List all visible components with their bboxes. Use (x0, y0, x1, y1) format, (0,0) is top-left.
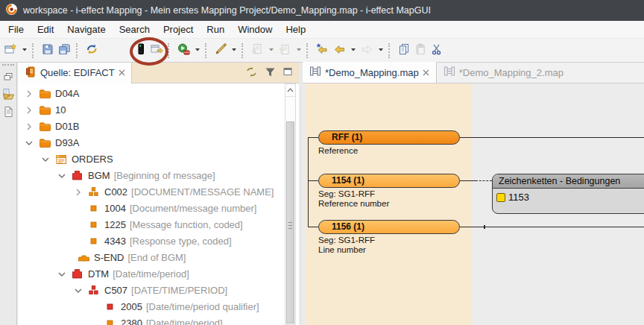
chevron-expanded-icon[interactable] (57, 268, 67, 281)
condition-square-icon (496, 193, 505, 202)
sync-button[interactable] (84, 42, 100, 60)
chevron-collapsed-icon[interactable] (24, 104, 34, 117)
tree-row-bgm[interactable]: BGM[Beginning of message] (18, 168, 285, 184)
tree-row-dtm[interactable]: DTM[Date/time/period] (18, 266, 285, 283)
dropdown-arrow-button[interactable] (376, 42, 385, 60)
server-button[interactable] (134, 42, 148, 60)
tree-row-s-end[interactable]: S-END[End of BGM] (18, 250, 285, 266)
tree-item-label: 2005[Date/time/period qualifier] (121, 301, 259, 312)
chevron-expanded-icon[interactable] (40, 153, 51, 166)
mapping-connector-line (460, 180, 476, 181)
tree-item-label: BGM[Beginning of message] (88, 170, 215, 181)
restore-view-button[interactable] (0, 72, 16, 85)
dropdown-arrow-button[interactable] (230, 42, 239, 60)
folder-icon (39, 137, 51, 149)
tree-scrollbar[interactable] (285, 83, 296, 325)
maximize-icon[interactable] (282, 66, 293, 79)
dropdown-arrow-button[interactable] (20, 42, 29, 60)
copy-button[interactable] (397, 42, 411, 60)
rail-drag-handle[interactable] (2, 64, 14, 69)
node-pill-rff[interactable]: RFF (1) (318, 130, 460, 145)
tree-row-c002[interactable]: C002[DOCUMENT/MESSAGE NAME] (18, 184, 285, 201)
tree-row-2005[interactable]: 2005[Date/time/period qualifier] (18, 299, 285, 315)
scrollbar-grip (288, 222, 292, 229)
tree-row-c507[interactable]: C507[DATE/TIME/PERIOD] (18, 283, 285, 299)
last-edit-location-button[interactable] (315, 42, 330, 60)
commit-icon (251, 43, 264, 57)
element-icon (88, 203, 101, 215)
chevron-collapsed-icon[interactable] (73, 186, 83, 199)
menu-item-window[interactable]: Window (231, 22, 279, 37)
scrollbar-thumb[interactable] (286, 122, 294, 324)
cut-button[interactable] (429, 42, 444, 60)
node-pill-1156[interactable]: 1156 (1) (318, 220, 460, 234)
menu-item-run[interactable]: Run (200, 22, 231, 37)
source-view-toolbar (245, 66, 299, 80)
menu-item-help[interactable]: Help (279, 22, 312, 37)
menu-item-search[interactable]: Search (113, 22, 157, 37)
save-all-button[interactable] (57, 42, 73, 60)
collapse-all-icon[interactable] (245, 66, 258, 80)
tree-item-label: D01B (55, 121, 80, 132)
toolbar-separator (205, 43, 210, 58)
tree-row-1004[interactable]: 1004[Document/message number] (18, 201, 285, 217)
run-external-button[interactable] (176, 42, 192, 60)
tree-row-d93a[interactable]: D93A (18, 135, 285, 151)
tree-row-2380[interactable]: 2380[Date/time/period] (18, 315, 285, 325)
export-button[interactable] (149, 42, 165, 60)
tree-row-d04a[interactable]: D04A (18, 86, 285, 102)
tree-row-1225[interactable]: 1225[Message function, coded] (18, 217, 285, 233)
editor-tab-demo-mapping-map[interactable]: *Demo_Mapping.map (303, 62, 437, 83)
node-pill-1154[interactable]: 1154 (1) (318, 174, 460, 188)
pencil-button[interactable] (213, 42, 228, 60)
application-window: workspace - i-effect Mapping - Mein erst… (0, 0, 644, 325)
tree-row-10[interactable]: 10 (18, 102, 285, 119)
menu-item-edit[interactable]: Edit (31, 22, 60, 37)
tree-item-label: 1225[Message function, coded] (104, 219, 243, 230)
condition-item-1153[interactable]: 1153 (493, 189, 644, 203)
open-folder-icon (1, 88, 15, 103)
menu-item-file[interactable]: File (1, 22, 31, 37)
scrollbar-up-icon[interactable] (285, 84, 295, 97)
cut-icon (431, 43, 443, 57)
element-icon (88, 236, 101, 247)
dropdown-arrow-button[interactable] (349, 42, 358, 60)
menu-item-navigate[interactable]: Navigate (60, 22, 112, 37)
filter-icon[interactable] (265, 66, 276, 80)
close-icon[interactable] (423, 67, 429, 78)
tree-row-d01b[interactable]: D01B (18, 119, 285, 135)
pencil-icon (215, 43, 227, 57)
open-folder-button[interactable] (0, 88, 16, 103)
chevron-collapsed-icon[interactable] (24, 120, 34, 133)
condition-box[interactable]: Zeichenketten - Bedingungen1153 (492, 174, 644, 214)
update-icon (279, 43, 291, 57)
tree-row-4343[interactable]: 4343[Response type, coded] (18, 233, 285, 250)
close-icon[interactable] (119, 67, 125, 78)
tree-row-orders[interactable]: ORDERS (18, 151, 285, 168)
copy-icon (398, 43, 410, 57)
back-button[interactable] (332, 42, 347, 60)
bracket-stub-line (308, 227, 318, 227)
chevron-expanded-icon[interactable] (57, 169, 67, 183)
dropdown-arrow-button (267, 42, 276, 60)
new-wizard-button[interactable] (3, 42, 19, 60)
tree-item-label: 10 (55, 104, 66, 116)
paste-button (413, 42, 428, 60)
minimized-view-rail (0, 63, 17, 325)
save-button[interactable] (40, 42, 55, 60)
toolbar-separator (306, 43, 312, 58)
chevron-expanded-icon[interactable] (24, 136, 34, 150)
chevron-expanded-icon[interactable] (73, 284, 83, 297)
mapping-canvas[interactable]: RFF (1)Reference1154 (1)Seg: SG1-RFFRefe… (303, 83, 644, 325)
window-title: workspace - i-effect Mapping - Mein erst… (23, 5, 431, 16)
chevron-collapsed-icon[interactable] (24, 87, 34, 101)
tab-quelle-edifact[interactable]: Quelle: EDIFACT (18, 63, 132, 83)
composite-icon (88, 186, 101, 198)
condition-item-label: 1153 (508, 192, 529, 203)
dropdown-arrow-icon (195, 43, 201, 57)
dropdown-arrow-button[interactable] (193, 42, 202, 60)
menu-item-project[interactable]: Project (157, 22, 200, 37)
document-button[interactable] (0, 106, 16, 120)
editor-tab-demo-mapping-2-map[interactable]: *Demo_Mapping_2.map (437, 62, 570, 83)
app-logo-icon (5, 3, 18, 18)
